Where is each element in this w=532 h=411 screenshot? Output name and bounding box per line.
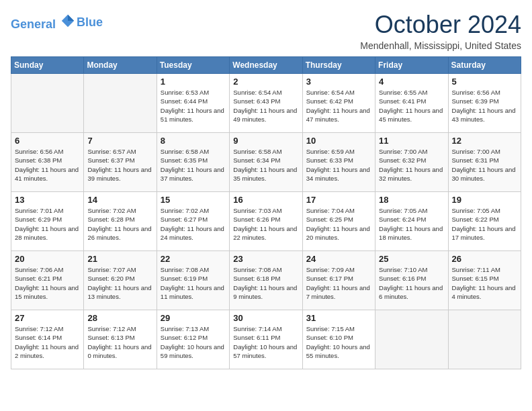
day-info: Sunrise: 6:58 AMSunset: 6:34 PMDaylight:… xyxy=(233,147,298,183)
header-row: Sunday Monday Tuesday Wednesday Thursday… xyxy=(11,57,521,74)
logo-line2: Blue xyxy=(77,16,103,30)
month-title: October 2024 xyxy=(360,11,521,39)
day-info: Sunrise: 7:03 AMSunset: 6:26 PMDaylight:… xyxy=(233,206,298,242)
calendar-cell: 17Sunrise: 7:04 AMSunset: 6:25 PMDayligh… xyxy=(302,192,375,251)
header-thursday: Thursday xyxy=(302,57,375,74)
day-number: 4 xyxy=(379,77,444,87)
day-number: 14 xyxy=(87,195,152,205)
week-row-2: 6Sunrise: 6:56 AMSunset: 6:38 PMDaylight… xyxy=(11,133,521,192)
calendar-cell: 11Sunrise: 7:00 AMSunset: 6:32 PMDayligh… xyxy=(375,133,448,192)
day-info: Sunrise: 6:58 AMSunset: 6:35 PMDaylight:… xyxy=(161,147,226,183)
calendar-cell: 19Sunrise: 7:05 AMSunset: 6:22 PMDayligh… xyxy=(448,192,521,251)
calendar-cell xyxy=(448,310,521,369)
day-number: 5 xyxy=(452,77,517,87)
day-info: Sunrise: 7:02 AMSunset: 6:27 PMDaylight:… xyxy=(161,206,226,242)
calendar-cell: 13Sunrise: 7:01 AMSunset: 6:29 PMDayligh… xyxy=(11,192,84,251)
header-saturday: Saturday xyxy=(448,57,521,74)
day-number: 17 xyxy=(306,195,371,205)
calendar-cell: 4Sunrise: 6:55 AMSunset: 6:41 PMDaylight… xyxy=(375,74,448,133)
day-info: Sunrise: 7:05 AMSunset: 6:22 PMDaylight:… xyxy=(452,206,517,242)
logo-icon xyxy=(60,13,75,28)
day-info: Sunrise: 7:12 AMSunset: 6:14 PMDaylight:… xyxy=(15,324,80,360)
calendar-cell: 26Sunrise: 7:11 AMSunset: 6:15 PMDayligh… xyxy=(448,251,521,310)
day-info: Sunrise: 6:56 AMSunset: 6:39 PMDaylight:… xyxy=(452,88,517,124)
logo-line1: General xyxy=(11,17,56,31)
calendar-cell: 22Sunrise: 7:08 AMSunset: 6:19 PMDayligh… xyxy=(157,251,229,310)
header-tuesday: Tuesday xyxy=(157,57,229,74)
day-number: 20 xyxy=(15,254,80,264)
day-info: Sunrise: 6:59 AMSunset: 6:33 PMDaylight:… xyxy=(306,147,371,183)
header-monday: Monday xyxy=(84,57,157,74)
title-area: October 2024 Mendenhall, Mississippi, Un… xyxy=(360,11,521,51)
day-number: 18 xyxy=(379,195,444,205)
day-number: 7 xyxy=(87,136,152,146)
day-info: Sunrise: 7:00 AMSunset: 6:32 PMDaylight:… xyxy=(379,147,444,183)
day-number: 30 xyxy=(233,313,298,323)
week-row-4: 20Sunrise: 7:06 AMSunset: 6:21 PMDayligh… xyxy=(11,251,521,310)
day-number: 27 xyxy=(15,313,80,323)
calendar-cell: 16Sunrise: 7:03 AMSunset: 6:26 PMDayligh… xyxy=(230,192,302,251)
calendar-cell: 29Sunrise: 7:13 AMSunset: 6:12 PMDayligh… xyxy=(157,310,229,369)
calendar-cell: 1Sunrise: 6:53 AMSunset: 6:44 PMDaylight… xyxy=(157,74,229,133)
logo: General Blue xyxy=(11,13,103,32)
day-number: 15 xyxy=(161,195,226,205)
day-number: 19 xyxy=(452,195,517,205)
week-row-3: 13Sunrise: 7:01 AMSunset: 6:29 PMDayligh… xyxy=(11,192,521,251)
location: Mendenhall, Mississippi, United States xyxy=(360,40,521,51)
calendar-cell: 27Sunrise: 7:12 AMSunset: 6:14 PMDayligh… xyxy=(11,310,84,369)
day-info: Sunrise: 7:14 AMSunset: 6:11 PMDaylight:… xyxy=(233,324,298,360)
day-number: 10 xyxy=(306,136,371,146)
day-number: 23 xyxy=(233,254,298,264)
day-number: 29 xyxy=(161,313,226,323)
day-info: Sunrise: 6:54 AMSunset: 6:43 PMDaylight:… xyxy=(233,88,298,124)
day-info: Sunrise: 7:11 AMSunset: 6:15 PMDaylight:… xyxy=(452,265,517,301)
day-number: 26 xyxy=(452,254,517,264)
day-number: 1 xyxy=(161,77,226,87)
page-header: General Blue October 2024 Mendenhall, Mi… xyxy=(11,11,521,51)
calendar-cell: 14Sunrise: 7:02 AMSunset: 6:28 PMDayligh… xyxy=(84,192,157,251)
calendar-cell xyxy=(84,74,157,133)
day-number: 25 xyxy=(379,254,444,264)
day-info: Sunrise: 7:07 AMSunset: 6:20 PMDaylight:… xyxy=(87,265,152,301)
calendar-cell: 8Sunrise: 6:58 AMSunset: 6:35 PMDaylight… xyxy=(157,133,229,192)
header-sunday: Sunday xyxy=(11,57,84,74)
logo-text: General xyxy=(11,13,75,32)
week-row-1: 1Sunrise: 6:53 AMSunset: 6:44 PMDaylight… xyxy=(11,74,521,133)
day-info: Sunrise: 7:10 AMSunset: 6:16 PMDaylight:… xyxy=(379,265,444,301)
day-info: Sunrise: 7:15 AMSunset: 6:10 PMDaylight:… xyxy=(306,324,371,360)
calendar-cell: 21Sunrise: 7:07 AMSunset: 6:20 PMDayligh… xyxy=(84,251,157,310)
header-friday: Friday xyxy=(375,57,448,74)
day-number: 12 xyxy=(452,136,517,146)
calendar-cell: 28Sunrise: 7:12 AMSunset: 6:13 PMDayligh… xyxy=(84,310,157,369)
day-number: 16 xyxy=(233,195,298,205)
calendar-cell: 12Sunrise: 7:00 AMSunset: 6:31 PMDayligh… xyxy=(448,133,521,192)
day-number: 9 xyxy=(233,136,298,146)
day-info: Sunrise: 7:06 AMSunset: 6:21 PMDaylight:… xyxy=(15,265,80,301)
day-info: Sunrise: 7:13 AMSunset: 6:12 PMDaylight:… xyxy=(161,324,226,360)
calendar-cell: 5Sunrise: 6:56 AMSunset: 6:39 PMDaylight… xyxy=(448,74,521,133)
day-number: 28 xyxy=(87,313,152,323)
calendar-cell: 30Sunrise: 7:14 AMSunset: 6:11 PMDayligh… xyxy=(230,310,302,369)
calendar-cell: 18Sunrise: 7:05 AMSunset: 6:24 PMDayligh… xyxy=(375,192,448,251)
day-number: 3 xyxy=(306,77,371,87)
day-info: Sunrise: 7:08 AMSunset: 6:19 PMDaylight:… xyxy=(161,265,226,301)
calendar-cell: 25Sunrise: 7:10 AMSunset: 6:16 PMDayligh… xyxy=(375,251,448,310)
day-info: Sunrise: 7:12 AMSunset: 6:13 PMDaylight:… xyxy=(87,324,152,360)
calendar-cell: 3Sunrise: 6:54 AMSunset: 6:42 PMDaylight… xyxy=(302,74,375,133)
calendar-cell: 15Sunrise: 7:02 AMSunset: 6:27 PMDayligh… xyxy=(157,192,229,251)
calendar-cell: 6Sunrise: 6:56 AMSunset: 6:38 PMDaylight… xyxy=(11,133,84,192)
header-wednesday: Wednesday xyxy=(230,57,302,74)
day-number: 21 xyxy=(87,254,152,264)
day-number: 31 xyxy=(306,313,371,323)
day-info: Sunrise: 7:08 AMSunset: 6:18 PMDaylight:… xyxy=(233,265,298,301)
calendar-cell: 10Sunrise: 6:59 AMSunset: 6:33 PMDayligh… xyxy=(302,133,375,192)
calendar-cell: 7Sunrise: 6:57 AMSunset: 6:37 PMDaylight… xyxy=(84,133,157,192)
day-number: 13 xyxy=(15,195,80,205)
week-row-5: 27Sunrise: 7:12 AMSunset: 6:14 PMDayligh… xyxy=(11,310,521,369)
day-info: Sunrise: 7:02 AMSunset: 6:28 PMDaylight:… xyxy=(87,206,152,242)
day-info: Sunrise: 7:04 AMSunset: 6:25 PMDaylight:… xyxy=(306,206,371,242)
day-info: Sunrise: 6:54 AMSunset: 6:42 PMDaylight:… xyxy=(306,88,371,124)
day-number: 11 xyxy=(379,136,444,146)
day-info: Sunrise: 6:53 AMSunset: 6:44 PMDaylight:… xyxy=(161,88,226,124)
day-info: Sunrise: 7:01 AMSunset: 6:29 PMDaylight:… xyxy=(15,206,80,242)
